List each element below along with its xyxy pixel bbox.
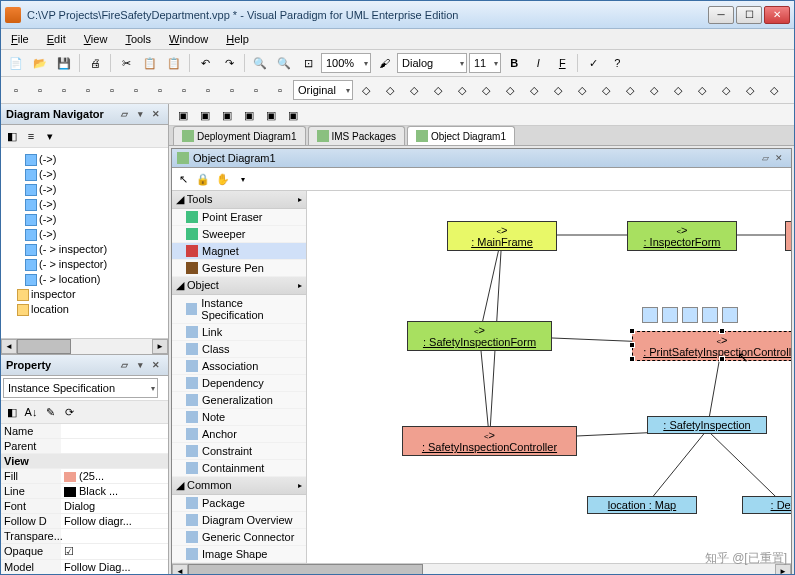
minimize-button[interactable]: ─ <box>708 6 734 24</box>
tb3-btn-1[interactable]: ▣ <box>195 106 215 124</box>
prop-row[interactable]: Parent <box>1 439 168 454</box>
prop-row[interactable]: View <box>1 454 168 469</box>
tb2-btn-4[interactable]: ▫ <box>101 79 123 101</box>
style-combo[interactable]: Original <box>293 80 353 100</box>
tree-item[interactable]: (->) <box>5 182 164 197</box>
prop-row[interactable]: Opaque☑ <box>1 544 168 560</box>
tb2-btn-1[interactable]: ▫ <box>29 79 51 101</box>
uml-object-si[interactable]: : SafetyInspection <box>647 416 767 434</box>
resize-handle[interactable] <box>719 356 725 362</box>
paste-icon[interactable]: 📋 <box>163 52 185 74</box>
context-tool-icon[interactable] <box>702 307 718 323</box>
uml-object-psic[interactable]: <>: PrintSafetyInspectionController <box>632 331 791 361</box>
resize-handle[interactable] <box>629 356 635 362</box>
maximize-button[interactable]: ☐ <box>736 6 762 24</box>
tb2-btn-5[interactable]: ▫ <box>125 79 147 101</box>
tb2-btn-2[interactable]: ▫ <box>53 79 75 101</box>
uml-object-mainframe[interactable]: <>: MainFrame <box>447 221 557 251</box>
help-icon[interactable]: ? <box>606 52 628 74</box>
palette-item[interactable]: Generic Connector <box>172 529 306 546</box>
menu-view[interactable]: View <box>80 31 112 47</box>
zoom-combo[interactable]: 100% <box>321 53 371 73</box>
tb2-btn2-15[interactable]: ◇ <box>715 79 737 101</box>
tb2-btn2-2[interactable]: ◇ <box>403 79 425 101</box>
palette-item[interactable]: Containment <box>172 460 306 477</box>
paint-icon[interactable]: 🖌 <box>373 52 395 74</box>
tb2-btn2-17[interactable]: ◇ <box>763 79 785 101</box>
tb3-btn-5[interactable]: ▣ <box>283 106 303 124</box>
diagram-canvas[interactable]: <>: MainFrame<>: InspectorForm<>: Inspec… <box>307 191 791 563</box>
tb2-btn-8[interactable]: ▫ <box>197 79 219 101</box>
prop-ref-icon[interactable]: ⟳ <box>60 403 78 421</box>
nav-tree[interactable]: (->)(->)(->)(->)(->)(->)(- > inspector)(… <box>3 150 166 319</box>
uml-object-sifform[interactable]: <>: SafetyInspectionForm <box>407 321 552 351</box>
prop-expand-icon[interactable]: ▱ <box>117 358 131 372</box>
tb2-btn-10[interactable]: ▫ <box>245 79 267 101</box>
tb2-btn2-12[interactable]: ◇ <box>643 79 665 101</box>
nav-expand-icon[interactable]: ▱ <box>117 107 131 121</box>
prop-az-icon[interactable]: A↓ <box>22 403 40 421</box>
palette-item[interactable]: Package <box>172 495 306 512</box>
print-icon[interactable]: 🖨 <box>84 52 106 74</box>
tb2-btn2-10[interactable]: ◇ <box>595 79 617 101</box>
tree-item[interactable]: (->) <box>5 227 164 242</box>
tb3-btn-2[interactable]: ▣ <box>217 106 237 124</box>
new-icon[interactable]: 📄 <box>5 52 27 74</box>
uml-object-locmap[interactable]: location : Map <box>587 496 697 514</box>
tab-Deployment-Diagram1[interactable]: Deployment Diagram1 <box>173 126 306 145</box>
zoomin-icon[interactable]: 🔍 <box>249 52 271 74</box>
nav-close-icon[interactable]: ✕ <box>149 107 163 121</box>
tree-item[interactable]: (->) <box>5 152 164 167</box>
tree-item[interactable]: (->) <box>5 167 164 182</box>
nav-sort-icon[interactable]: ≡ <box>22 127 40 145</box>
tree-item[interactable]: (- > inspector) <box>5 257 164 272</box>
prop-row[interactable]: LineBlack ... <box>1 484 168 499</box>
uml-object-sic[interactable]: <>: SafetyInspectionController <box>402 426 577 456</box>
tb2-btn2-13[interactable]: ◇ <box>667 79 689 101</box>
cut-icon[interactable]: ✂ <box>115 52 137 74</box>
prop-pin-icon[interactable]: ▾ <box>133 358 147 372</box>
palette-category[interactable]: ◢ Tools▸ <box>172 191 306 209</box>
prop-row[interactable]: Transpare... <box>1 529 168 544</box>
tb2-btn2-0[interactable]: ◇ <box>355 79 377 101</box>
uml-object-defect[interactable]: : Defect <box>742 496 791 514</box>
tb2-btn2-5[interactable]: ◇ <box>475 79 497 101</box>
fontsize-combo[interactable]: 11 <box>469 53 501 73</box>
cursor-drop-icon[interactable]: ▾ <box>234 170 252 188</box>
palette-item[interactable]: Dependency <box>172 375 306 392</box>
tb2-btn2-6[interactable]: ◇ <box>499 79 521 101</box>
menu-file[interactable]: FFileile <box>7 31 33 47</box>
menu-window[interactable]: Window <box>165 31 212 47</box>
palette-item[interactable]: Association <box>172 358 306 375</box>
tb3-btn-0[interactable]: ▣ <box>173 106 193 124</box>
doc-close-icon[interactable]: ✕ <box>772 151 786 165</box>
tree-item[interactable]: (- > inspector) <box>5 242 164 257</box>
tb3-btn-4[interactable]: ▣ <box>261 106 281 124</box>
nav-scrollbar[interactable]: ◄► <box>1 338 168 354</box>
prop-row[interactable]: Model Ele...Follow Diag... <box>1 560 168 574</box>
palette-category[interactable]: ◢ Common▸ <box>172 477 306 495</box>
prop-row[interactable]: FontDialog <box>1 499 168 514</box>
uml-object-inspform[interactable]: <>: InspectorForm <box>627 221 737 251</box>
menu-tools[interactable]: Tools <box>121 31 155 47</box>
prop-row[interactable]: Name <box>1 424 168 439</box>
uml-object-inspctrl[interactable]: <>: InspectorControll <box>785 221 791 251</box>
tb2-btn-11[interactable]: ▫ <box>269 79 291 101</box>
tab-Object-Diagram1[interactable]: Object Diagram1 <box>407 126 515 145</box>
nav-pin-icon[interactable]: ▾ <box>133 107 147 121</box>
prop-type-combo[interactable]: Instance Specification <box>3 378 158 398</box>
resize-handle[interactable] <box>629 342 635 348</box>
tb2-btn2-11[interactable]: ◇ <box>619 79 641 101</box>
prop-edit-icon[interactable]: ✎ <box>41 403 59 421</box>
palette-item[interactable]: Instance Specification <box>172 295 306 324</box>
palette-item[interactable]: Generalization <box>172 392 306 409</box>
spellcheck-icon[interactable]: ✓ <box>582 52 604 74</box>
prop-grid[interactable]: NameParentViewFill(25...LineBlack ...Fon… <box>1 424 168 574</box>
prop-row[interactable]: Follow DFollow diagr... <box>1 514 168 529</box>
fontcolor-icon[interactable]: F <box>551 52 573 74</box>
tb2-btn-7[interactable]: ▫ <box>173 79 195 101</box>
prop-close-icon[interactable]: ✕ <box>149 358 163 372</box>
palette-item[interactable]: Note <box>172 409 306 426</box>
context-tool-icon[interactable] <box>722 307 738 323</box>
tb2-btn2-3[interactable]: ◇ <box>427 79 449 101</box>
